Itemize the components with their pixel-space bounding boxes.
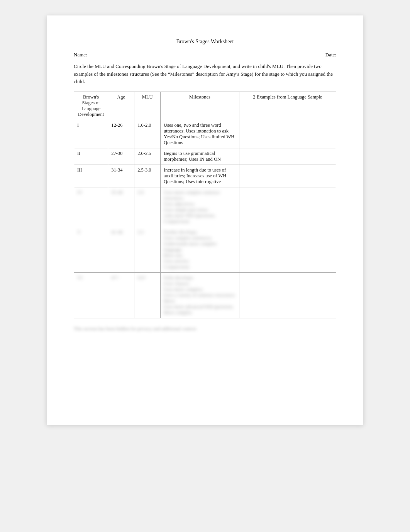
stage-cell: V: [74, 227, 108, 272]
examples-cell: [239, 227, 336, 272]
milestones-cell: Uses more complex sentence structures;Us…: [161, 187, 239, 227]
mlu-cell: 3.5: [134, 227, 161, 272]
examples-cell: [239, 165, 336, 187]
examples-cell: [239, 187, 336, 227]
col-header-examples: 2 Examples from Language Sample: [239, 92, 336, 120]
date-label: Date:: [325, 52, 336, 58]
table-row: III 31-34 2.5-3.0 Increase in length due…: [74, 165, 336, 187]
stage-cell: III: [74, 165, 108, 187]
mlu-cell: 2.0-2.5: [134, 148, 161, 165]
page: Brown's Stages Worksheet Name: Date: Cir…: [47, 15, 363, 425]
col-header-mlu: MLU: [134, 92, 161, 120]
milestones-cell: Uses one, two and three word utterances;…: [161, 120, 239, 148]
table-row: II 27-30 2.0-2.5 Begins to use grammatic…: [74, 148, 336, 165]
stages-table: Brown's Stages of Language Development A…: [74, 92, 336, 318]
table-row: I 12-26 1.0-2.0 Uses one, two and three …: [74, 120, 336, 148]
age-cell: 35-40: [108, 187, 134, 227]
milestones-cell: Fully develops;Uses clauses;Uses more co…: [161, 272, 239, 318]
header-row: Name: Date:: [74, 52, 336, 58]
age-cell: 41-46: [108, 227, 134, 272]
stage-cell: II: [74, 148, 108, 165]
age-cell: 31-34: [108, 165, 134, 187]
age-cell: 27-30: [108, 148, 134, 165]
age-cell: 47+: [108, 272, 134, 318]
examples-cell: [239, 148, 336, 165]
instructions: Circle the MLU and Corresponding Brown's…: [74, 63, 336, 85]
examples-cell: [239, 272, 336, 318]
milestones-cell: Further develops;Uses complex sentences;…: [161, 227, 239, 272]
mlu-cell: 3.0: [134, 187, 161, 227]
page-title: Brown's Stages Worksheet: [74, 39, 336, 45]
milestones-cell: Increase in length due to uses of auxili…: [161, 165, 239, 187]
mlu-cell: 4.0+: [134, 272, 161, 318]
name-label: Name:: [74, 52, 87, 58]
table-row-blurred: VI 47+ 4.0+ Fully develops;Uses clauses;…: [74, 272, 336, 318]
footer-blurred: This section has been hidden for privacy…: [74, 326, 336, 332]
milestones-cell: Begins to use grammatical morphemes; Use…: [161, 148, 239, 165]
mlu-cell: 2.5-3.0: [134, 165, 161, 187]
mlu-cell: 1.0-2.0: [134, 120, 161, 148]
stage-cell: I: [74, 120, 108, 148]
examples-cell: [239, 120, 336, 148]
col-header-milestones: Milestones: [161, 92, 239, 120]
stage-cell: VI: [74, 272, 108, 318]
stage-cell: IV: [74, 187, 108, 227]
table-row-blurred: V 41-46 3.5 Further develops;Uses comple…: [74, 227, 336, 272]
age-cell: 12-26: [108, 120, 134, 148]
col-header-stage: Brown's Stages of Language Development: [74, 92, 108, 120]
table-row-blurred: IV 35-40 3.0 Uses more complex sentence …: [74, 187, 336, 227]
col-header-age: Age: [108, 92, 134, 120]
